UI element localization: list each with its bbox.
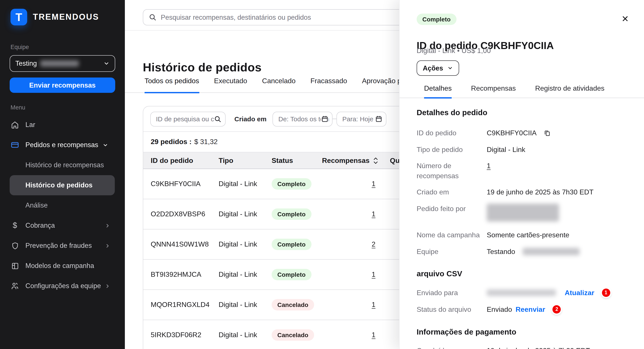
status-badge: Completo — [272, 178, 311, 190]
sidebar-item-fraud-prevention[interactable]: Prevenção de fraudes — [10, 236, 115, 256]
annotation-badge-1: 1 — [602, 289, 610, 297]
resend-link[interactable]: Reenviar — [516, 304, 545, 315]
template-icon — [10, 261, 19, 270]
rewards-count-link[interactable]: 1 — [372, 180, 376, 188]
close-icon[interactable]: ✕ — [620, 13, 631, 24]
payment-info-heading: Informações de pagamento — [417, 328, 516, 337]
tab-failed[interactable]: Fracassado — [310, 77, 347, 93]
order-id-cell: O2D2DX8VBSP6 — [151, 210, 218, 218]
col-type: Tipo — [218, 157, 272, 164]
order-id-cell: MQOR1RNGXLD4 — [151, 301, 218, 309]
rewards-count-link[interactable]: 2 — [372, 240, 376, 248]
menu-section-label: Menu — [10, 104, 26, 111]
brand-logo[interactable]: T TREMENDOUS — [10, 9, 99, 25]
search-icon — [214, 115, 222, 123]
field-value: Testando — [487, 247, 515, 257]
order-id-cell: C9KBHFY0CIIA — [151, 180, 218, 188]
detail-row: Concluído 19 de junho de 2025 à 7h30 EDT — [417, 346, 632, 349]
order-detail-panel: Completo ✕ ID do pedido C9KBHFY0CIIA Dig… — [399, 0, 644, 349]
detail-row: ID do pedido C9KBHFY0CIIA — [417, 128, 632, 138]
detail-row: Equipe Testando — [417, 247, 632, 257]
app-root: T TREMENDOUS Equipe Testing Enviar recom… — [0, 0, 644, 349]
orders-count: 29 pedidos : — [151, 138, 192, 146]
tab-rewards[interactable]: Recompensas — [471, 84, 516, 98]
send-rewards-button[interactable]: Enviar recompensas — [10, 77, 115, 93]
type-cell: Digital - Link — [218, 210, 272, 218]
people-icon — [10, 282, 19, 290]
actions-dropdown-button[interactable]: Ações — [417, 60, 459, 76]
sidebar-item-analysis[interactable]: Análise — [10, 195, 115, 215]
tab-executed[interactable]: Executado — [214, 77, 247, 93]
field-value: Somente cartões-presente — [487, 230, 569, 240]
chevron-down-icon — [103, 142, 108, 148]
sidebar-item-reward-history[interactable]: Histórico de recompensas — [10, 155, 115, 175]
annotation-badge-2: 2 — [553, 305, 561, 314]
rewards-count-link[interactable]: 1 — [372, 210, 376, 218]
chevron-right-icon — [105, 223, 110, 228]
type-cell: Digital - Link — [218, 180, 272, 188]
order-id-filter-input[interactable]: ID de pesquisa ou c — [150, 111, 226, 126]
order-id-cell: QNNN41S0W1W8 — [151, 240, 218, 248]
status-badge: Cancelado — [272, 329, 314, 341]
chevron-right-icon — [105, 243, 110, 249]
panel-subtitle: Digital - Link • US$ 1,00 — [417, 47, 491, 55]
sidebar-item-label: Prevenção de fraudes — [26, 242, 92, 250]
sidebar-item-order-history[interactable]: Histórico de pedidos — [10, 175, 115, 195]
sidebar-item-orders-rewards[interactable]: Pedidos e recompensas — [10, 135, 115, 155]
field-label: Criado em — [417, 187, 487, 197]
order-id-filter-placeholder: ID de pesquisa ou c — [156, 115, 214, 123]
date-to-filter[interactable]: Para: Hoje — [337, 111, 386, 126]
sidebar-item-label: Histórico de recompensas — [26, 161, 104, 169]
sidebar-item-label: Cobrança — [26, 222, 55, 229]
redacted-team-name — [40, 60, 79, 66]
field-label: Equipe — [417, 247, 487, 257]
chevron-down-icon — [447, 65, 453, 71]
tab-details[interactable]: Detalhes — [424, 84, 452, 98]
sidebar-item-label: Configurações da equipe — [26, 282, 101, 290]
rewards-count-link[interactable]: 1 — [487, 161, 491, 171]
field-label: Status do arquivo — [417, 304, 487, 315]
field-label: Pedido feito por — [417, 204, 487, 214]
created-at-label: Criado em — [234, 115, 266, 123]
csv-heading: arquivo CSV — [417, 269, 462, 279]
field-value: Enviado — [487, 304, 512, 315]
detail-row: Enviado para Atualizar 1 — [417, 288, 632, 298]
redacted-orderer-info — [487, 204, 559, 222]
status-badge: Cancelado — [272, 299, 314, 311]
sidebar-item-team-settings[interactable]: Configurações da equipe — [10, 276, 115, 296]
sidebar-item-home[interactable]: Lar — [10, 115, 115, 135]
field-label: Tipo de pedido — [417, 144, 487, 155]
sidebar-item-campaign-templates[interactable]: Modelos de campanha — [10, 256, 115, 276]
copy-icon[interactable] — [544, 129, 551, 136]
calendar-icon — [375, 115, 383, 122]
chevron-down-icon — [104, 60, 110, 66]
redacted-team-suffix — [523, 248, 580, 255]
sidebar: T TREMENDOUS Equipe Testing Enviar recom… — [0, 0, 125, 349]
team-selector-value: Testing — [15, 59, 37, 67]
type-cell: Digital - Link — [218, 331, 272, 339]
sidebar-item-label: Lar — [26, 121, 35, 129]
rewards-count-link[interactable]: 1 — [372, 271, 376, 279]
date-from-filter[interactable]: De: Todos os tem — [273, 111, 333, 126]
home-icon — [10, 120, 19, 129]
search-icon — [148, 13, 157, 21]
detail-row: Tipo de pedido Digital - Link — [417, 144, 632, 155]
tab-canceled[interactable]: Cancelado — [262, 77, 296, 93]
order-id-cell: 5IRKD3DF06R2 — [151, 331, 218, 339]
detail-row: Criado em 19 de junho de 2025 às 7h30 ED… — [417, 187, 632, 197]
update-link[interactable]: Atualizar — [565, 288, 594, 298]
tab-all-orders[interactable]: Todos os pedidos — [144, 77, 199, 93]
field-value: C9KBHFY0CIIA — [487, 128, 537, 138]
field-label: Número de recompensas — [417, 161, 469, 181]
rewards-count-link[interactable]: 1 — [372, 331, 376, 339]
sidebar-item-billing[interactable]: $ Cobrança — [10, 215, 115, 236]
status-badge: Completo — [272, 239, 311, 250]
team-selector[interactable]: Testing — [10, 55, 115, 72]
team-section-label: Equipe — [10, 44, 29, 50]
tab-activity-log[interactable]: Registro de atividades — [535, 84, 604, 98]
rewards-count-link[interactable]: 1 — [372, 301, 376, 309]
sidebar-nav: Lar Pedidos e recompensas Histórico de r… — [0, 115, 125, 296]
card-icon — [10, 141, 19, 149]
field-value: 19 de junho de 2025 às 7h30 EDT — [487, 187, 594, 197]
dollar-icon: $ — [10, 221, 19, 230]
